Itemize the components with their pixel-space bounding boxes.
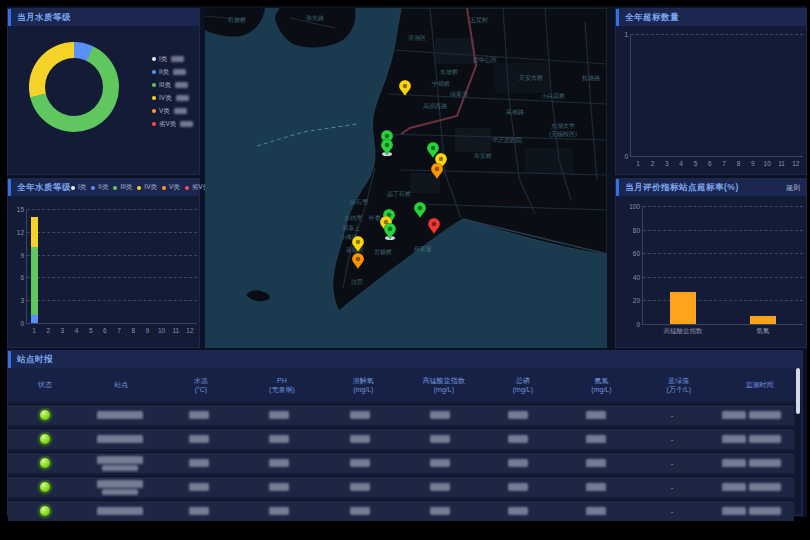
x-tick-label: 4 [75, 327, 79, 334]
y-tick-label: 0 [626, 321, 640, 328]
redacted-value [350, 507, 370, 515]
legend-item[interactable]: IV类 [137, 183, 157, 193]
x-tick-label: 9 [751, 160, 755, 167]
y-tick-label: 6 [10, 274, 24, 281]
algae-cell: - [634, 429, 709, 449]
table-row[interactable]: - [8, 404, 794, 425]
column-header: PH(无量纲) [241, 376, 322, 394]
column-header-line1: PH [241, 376, 322, 385]
panel-month-quality: 当月水质等级 I类II类III类IV类V类劣V类 [7, 8, 200, 175]
redacted-value [430, 507, 450, 515]
value-cell [400, 501, 479, 521]
legend-dot-icon [152, 109, 156, 113]
station-pin-red[interactable] [428, 218, 440, 234]
station-pin-green[interactable] [414, 202, 426, 218]
month-quality-legend: I类II类III类IV类V类劣V类 [152, 54, 193, 129]
legend-item[interactable]: I类 [71, 183, 86, 193]
table-scrollbar-thumb[interactable] [796, 368, 800, 414]
table-row[interactable]: - [8, 452, 794, 473]
redacted-value [269, 507, 289, 515]
y-tick-label: 1 [614, 31, 628, 38]
status-cell [8, 477, 81, 497]
value-cell [557, 477, 635, 497]
legend-label: IV类 [159, 94, 172, 103]
legend-item[interactable]: I类 [152, 54, 193, 64]
table-row[interactable]: - [8, 500, 794, 521]
legend-item[interactable]: III类 [113, 183, 132, 193]
redacted-station [97, 411, 143, 419]
panel-title: 全年水质等级 [17, 182, 71, 194]
redacted-date [722, 507, 746, 515]
legend-item[interactable]: III类 [152, 80, 193, 90]
legend-item[interactable]: IV类 [152, 93, 193, 103]
station-pin-orange[interactable] [431, 163, 443, 179]
gridline [643, 300, 803, 301]
gridline [643, 253, 803, 254]
column-header-line1: 水温 [160, 376, 241, 385]
algae-cell: - [634, 405, 709, 425]
value-cell [319, 405, 400, 425]
station-pin-orange[interactable] [352, 253, 364, 269]
column-header-line2: (万个/L) [641, 385, 717, 394]
value-cell [479, 453, 557, 473]
table-row[interactable]: - [8, 476, 794, 497]
y-tick-label: 3 [10, 297, 24, 304]
legend-item[interactable]: II类 [91, 183, 108, 193]
time-cell [710, 429, 794, 449]
redacted-value [586, 435, 606, 443]
column-header-line2: (无量纲) [241, 385, 322, 394]
station-pin-green[interactable] [381, 139, 393, 155]
year-exceed-plot: 01123456789101112 [630, 34, 803, 157]
x-tick-label: 12 [186, 327, 193, 334]
value-cell [400, 405, 479, 425]
redacted-date [722, 483, 746, 491]
column-header-line1: 站点 [82, 380, 161, 389]
legend-dot-icon [137, 186, 141, 190]
redacted-value [508, 507, 528, 515]
legend-dot-icon [152, 122, 156, 126]
value-cell [239, 405, 319, 425]
redacted-value [430, 435, 450, 443]
redacted-value [189, 483, 209, 491]
value-cell [557, 405, 635, 425]
value-cell [400, 429, 479, 449]
value-cell [319, 453, 400, 473]
legend-label: II类 [98, 183, 108, 192]
legend-item[interactable]: II类 [152, 67, 193, 77]
legend-item[interactable]: 劣V类 [152, 119, 193, 129]
x-tick-label: 9 [146, 327, 150, 334]
column-header-line2: (mg/L) [404, 385, 483, 394]
station-pin-green[interactable] [384, 223, 396, 239]
x-tick-label: 氨氮 [757, 327, 770, 336]
value-cell [159, 501, 239, 521]
panel-month-rate: 当月评价指标站点超标率(%) 规则 020406080100高锰酸盐指数氨氮 [615, 178, 807, 348]
panel-year-quality-header: 全年水质等级 I类II类III类IV类V类劣V类 [8, 179, 199, 196]
gridline [27, 255, 197, 256]
table-header-row: 状态站点水温(°C)PH(无量纲)溶解氧(mg/L)高锰酸盐指数(mg/L)总磷… [8, 368, 802, 401]
station-pin-yellow[interactable] [399, 80, 411, 96]
value-cell [479, 501, 557, 521]
y-tick-label: 100 [626, 203, 640, 210]
legend-item[interactable]: V类 [152, 106, 193, 116]
column-header-line1: 氨氮 [562, 376, 641, 385]
status-ok-icon [39, 409, 51, 421]
value-cell [479, 405, 557, 425]
map[interactable]: 石炭桥渔东路滨湖区五星村星中心区东坡桥宁锦桥绿家湾天安大桥小白花桥机场路高浪西路… [205, 8, 607, 348]
table-scrollbar[interactable] [796, 368, 800, 513]
redacted-value [173, 69, 186, 75]
panel-year-quality: 全年水质等级 I类II类III类IV类V类劣V类 036912151234567… [7, 178, 200, 348]
value-cell [557, 501, 635, 521]
table-row[interactable]: - [8, 428, 794, 449]
legend-item[interactable]: V类 [162, 183, 180, 193]
station-pin-yellow[interactable] [352, 236, 364, 252]
redacted-value [269, 483, 289, 491]
gridline [643, 277, 803, 278]
panel-year-exceed-header: 全年超标数量 [616, 9, 806, 26]
station-cell [81, 405, 159, 425]
x-tick-label: 11 [172, 327, 179, 334]
value-cell [400, 453, 479, 473]
x-tick-label: 12 [792, 160, 799, 167]
x-tick-label: 7 [722, 160, 726, 167]
rules-link[interactable]: 规则 [786, 183, 800, 193]
redacted-value [430, 459, 450, 467]
